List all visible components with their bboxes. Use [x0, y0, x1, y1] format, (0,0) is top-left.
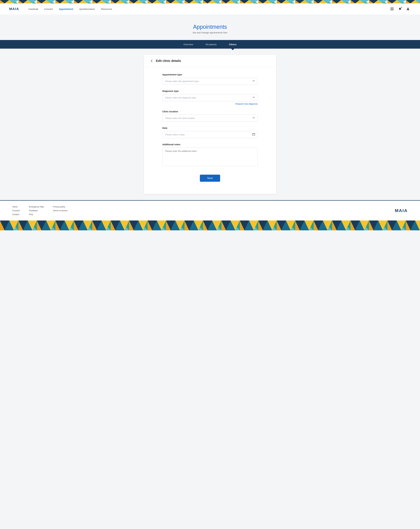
footer-privacy-policy[interactable]: Privacy policy [53, 206, 68, 208]
save-button-container: Save [162, 172, 258, 188]
diagnosis-type-group: Diagnosis type Please select the diagnos… [162, 90, 258, 105]
nav-appointment[interactable]: Appointment [59, 8, 73, 10]
nav-caseload[interactable]: Caseload [28, 8, 38, 10]
footer-terms-of-service[interactable]: Terms of service [53, 209, 68, 212]
logo: MAIA [9, 7, 19, 11]
main-content: Edit clinic details Appointment type Ple… [141, 55, 279, 194]
bell-button[interactable] [397, 6, 403, 12]
nav-links: Caseload Connect Appointment Questionnai… [28, 8, 389, 10]
bottom-decorative-banner [0, 221, 420, 230]
additional-notes-label: Additional notes [162, 143, 258, 146]
form-card: Edit clinic details Appointment type Ple… [144, 55, 276, 194]
request-new-diagnosis-link[interactable]: Request new diagnosis [235, 103, 258, 105]
svg-rect-18 [0, 221, 420, 230]
tab-clinics[interactable]: Clinics [223, 40, 242, 49]
nav-connect[interactable]: Connect [44, 8, 53, 10]
tab-all-patients[interactable]: All patients [199, 40, 223, 49]
navbar: MAIA Caseload Connect Appointment Questi… [0, 3, 420, 14]
footer-about[interactable]: About [12, 206, 20, 208]
clinic-location-select[interactable]: Please select the clinic location [162, 115, 258, 122]
date-input-wrapper: Please select a date [162, 131, 258, 138]
nav-questionnaires[interactable]: Questionnaires [79, 8, 95, 10]
svg-rect-9 [392, 9, 394, 10]
svg-rect-7 [392, 8, 394, 9]
user-button[interactable] [405, 6, 411, 12]
date-label: Date [162, 127, 258, 129]
footer: About Consent Contact Emergency Help Fee… [0, 200, 420, 221]
footer-consent[interactable]: Consent [12, 209, 20, 212]
footer-emergency-help[interactable]: Emergency Help [29, 206, 44, 208]
appointment-type-select[interactable]: Please select the appointment type [162, 78, 258, 85]
diagnosis-type-select[interactable]: Please select the diagnosis type [162, 94, 258, 101]
date-group: Date Please select a date [162, 127, 258, 138]
grid-button[interactable] [389, 6, 395, 12]
appointment-type-label: Appointment type [162, 73, 258, 76]
form-header: Edit clinic details [144, 55, 276, 67]
additional-notes-textarea[interactable] [162, 147, 258, 166]
tab-bar: Overview All patients Clinics [0, 40, 420, 49]
diagnosis-type-select-wrapper: Please select the diagnosis type [162, 94, 258, 101]
notification-dot [401, 7, 402, 8]
footer-contact[interactable]: Contact [12, 213, 20, 216]
user-icon [407, 7, 409, 11]
appointment-type-group: Appointment type Please select the appoi… [162, 73, 258, 85]
date-input[interactable]: Please select a date [162, 131, 258, 138]
diagnosis-type-label: Diagnosis type [162, 90, 258, 92]
clinic-location-label: Clinic location [162, 110, 258, 113]
svg-rect-8 [391, 9, 392, 10]
page-title: Appointments [3, 24, 417, 30]
appointment-type-select-wrapper: Please select the appointment type [162, 78, 258, 85]
footer-col-3: Privacy policy Terms of service [53, 206, 68, 216]
back-arrow-icon [150, 59, 153, 63]
footer-col-2: Emergency Help Feedback FAQ [29, 206, 44, 216]
top-decorative-banner [0, 0, 420, 3]
save-button[interactable]: Save [200, 175, 220, 182]
grid-icon [391, 7, 394, 11]
request-link-container: Request new diagnosis [162, 103, 258, 105]
nav-resources[interactable]: Resources [101, 8, 112, 10]
footer-feedback[interactable]: Feedback [29, 209, 44, 212]
clinic-location-select-wrapper: Please select the clinic location [162, 115, 258, 122]
page-subtitle: See and manage appointments here [3, 31, 417, 34]
footer-faq[interactable]: FAQ [29, 213, 44, 216]
svg-rect-6 [391, 8, 392, 9]
footer-links: About Consent Contact Emergency Help Fee… [12, 206, 67, 216]
back-button[interactable] [150, 59, 153, 63]
page-header: Appointments See and manage appointments… [0, 14, 420, 40]
clinic-location-group: Clinic location Please select the clinic… [162, 110, 258, 122]
nav-icons [389, 6, 411, 12]
additional-notes-group: Additional notes [162, 143, 258, 167]
svg-point-10 [407, 8, 409, 9]
svg-rect-5 [0, 0, 420, 3]
form-title: Edit clinic details [156, 59, 181, 63]
footer-col-1: About Consent Contact [12, 206, 20, 216]
footer-logo: MAIA [395, 208, 408, 213]
form-body: Appointment type Please select the appoi… [144, 67, 276, 194]
tab-overview[interactable]: Overview [177, 40, 199, 49]
